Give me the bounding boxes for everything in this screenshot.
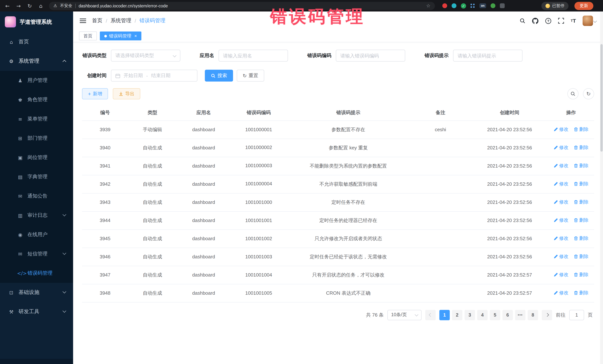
next-page-button[interactable] xyxy=(542,310,552,320)
extension-badge[interactable]: on xyxy=(479,3,486,8)
sidebar-item-user[interactable]: ♟用户管理 xyxy=(0,71,73,90)
cell-code: 1001001005 xyxy=(231,284,287,302)
edit-link[interactable]: 修改 xyxy=(554,199,568,205)
edit-link[interactable]: 修改 xyxy=(554,181,568,187)
cell-time: 2021-04-20 23:52:56 xyxy=(471,121,548,139)
security-label[interactable]: 不安全 xyxy=(60,3,72,9)
page-button-5[interactable]: 5 xyxy=(490,310,500,320)
delete-link[interactable]: 删除 xyxy=(574,144,589,151)
extension-grid-icon[interactable] xyxy=(471,4,472,5)
prev-page-button[interactable] xyxy=(425,310,436,320)
delete-link[interactable]: 删除 xyxy=(574,126,589,133)
sidebar-item-role[interactable]: ♚角色管理 xyxy=(0,90,73,109)
edit-link[interactable]: 修改 xyxy=(554,163,568,169)
user-avatar[interactable] xyxy=(583,16,596,26)
edit-link[interactable]: 修改 xyxy=(554,290,568,296)
edit-link[interactable]: 修改 xyxy=(554,272,568,278)
page-button-2[interactable]: 2 xyxy=(452,310,462,320)
ellipsis-button[interactable]: ••• xyxy=(515,310,525,320)
delete-link[interactable]: 删除 xyxy=(574,254,589,260)
app-logo[interactable]: 芋道管理系统 xyxy=(0,11,73,32)
delete-link[interactable]: 删除 xyxy=(574,199,589,205)
delete-link[interactable]: 删除 xyxy=(574,217,589,223)
edit-link[interactable]: 修改 xyxy=(554,144,568,151)
page-button-8[interactable]: 8 xyxy=(528,310,538,320)
extensions-puzzle-icon[interactable] xyxy=(500,3,505,8)
delete-link[interactable]: 删除 xyxy=(574,272,589,278)
sidebar-item-dept[interactable]: ⊞部门管理 xyxy=(0,129,73,148)
export-button[interactable]: 导出 xyxy=(113,88,140,99)
action-label: 修改 xyxy=(559,181,568,187)
error-msg-input[interactable] xyxy=(453,50,522,62)
update-button[interactable]: 更新 xyxy=(574,2,593,10)
goto-page-input[interactable] xyxy=(569,310,584,320)
page-button-4[interactable]: 4 xyxy=(477,310,487,320)
scrollbar-thumb[interactable] xyxy=(600,44,603,152)
delete-link[interactable]: 删除 xyxy=(574,235,589,242)
sidebar-item-system[interactable]: ⚙系统管理 xyxy=(0,52,73,71)
sidebar: 芋道管理系统 ⌂首页⚙系统管理♟用户管理♚角色管理≡菜单管理⊞部门管理▣岗位管理… xyxy=(0,11,73,364)
tab-home[interactable]: 首页 xyxy=(79,32,97,40)
edit-link[interactable]: 修改 xyxy=(554,217,568,223)
sidebar-item-online-user[interactable]: ◉在线用户 xyxy=(0,225,73,244)
sidebar-item-infra[interactable]: ⊡基础设施 xyxy=(0,283,73,302)
calendar-icon xyxy=(116,73,120,78)
delete-link[interactable]: 删除 xyxy=(574,163,589,169)
sidebar-item-post[interactable]: ▣岗位管理 xyxy=(0,148,73,167)
sidebar-item-menu[interactable]: ≡菜单管理 xyxy=(0,109,73,129)
page-scrollbar[interactable] xyxy=(600,11,603,364)
edit-link[interactable]: 修改 xyxy=(554,235,568,242)
bookmark-star-icon[interactable]: ☆ xyxy=(426,3,430,9)
extension-icon[interactable] xyxy=(491,3,495,8)
sidebar-item-notice[interactable]: ✉通知公告 xyxy=(0,187,73,206)
page-button-3[interactable]: 3 xyxy=(464,310,475,320)
breadcrumb-item[interactable]: 系统管理 xyxy=(111,17,131,24)
breadcrumb-item[interactable]: 首页 xyxy=(92,17,103,24)
menu-fold-icon[interactable] xyxy=(80,20,86,21)
page-button-1[interactable]: 1 xyxy=(439,310,450,320)
sidebar-item-home[interactable]: ⌂首页 xyxy=(0,32,73,52)
delete-link[interactable]: 删除 xyxy=(574,181,589,187)
extension-check-icon[interactable]: ✓ xyxy=(461,3,466,8)
sidebar-item-audit-log[interactable]: ▥审计日志 xyxy=(0,206,73,225)
refresh-table-button[interactable]: ↻ xyxy=(583,88,594,99)
fullscreen-icon[interactable] xyxy=(558,18,564,24)
error-type-select[interactable]: 请选择错误码类型 xyxy=(111,50,180,62)
page-button-6[interactable]: 6 xyxy=(502,310,513,320)
reset-button[interactable]: ↻ 重置 xyxy=(237,70,264,82)
forward-icon[interactable]: → xyxy=(14,3,23,9)
sidebar-item-dict[interactable]: ▤字典管理 xyxy=(0,167,73,187)
cell-text: 只有开启状态的任务，才可以修改 xyxy=(312,272,384,277)
sidebar-item-devtool[interactable]: ⚒研发工具 xyxy=(0,302,73,321)
reload-icon[interactable]: ↻ xyxy=(25,3,34,9)
error-code-input[interactable] xyxy=(336,50,405,62)
search-button[interactable]: 搜索 xyxy=(205,70,233,82)
error-msg-label: 错误码提示 xyxy=(425,52,449,59)
search-toggle-button[interactable] xyxy=(567,88,579,99)
extension-icon[interactable] xyxy=(442,3,447,8)
github-icon[interactable] xyxy=(532,18,538,24)
app-name-input[interactable] xyxy=(219,50,288,62)
edit-link[interactable]: 修改 xyxy=(554,254,568,260)
cell-text: 3941 xyxy=(100,163,110,169)
sidebar-menu: ⌂首页⚙系统管理♟用户管理♚角色管理≡菜单管理⊞部门管理▣岗位管理▤字典管理✉通… xyxy=(0,32,73,359)
cell-id: 3947 xyxy=(82,266,128,284)
extension-icon[interactable] xyxy=(452,3,456,8)
font-size-icon[interactable]: TT xyxy=(571,18,576,23)
home-icon[interactable]: ⌂ xyxy=(36,3,45,9)
paused-badge[interactable]: 已暂停 xyxy=(541,2,568,10)
sidebar-item-error-code[interactable]: </>错误码管理 xyxy=(0,264,73,283)
close-icon[interactable]: × xyxy=(134,34,137,38)
date-range-picker[interactable]: 开始日期 - 结束日期 xyxy=(111,70,197,82)
address-bar[interactable]: ⚠ 不安全 dashboard.yudao.iocoder.cn/system/… xyxy=(49,2,435,10)
search-icon[interactable] xyxy=(520,18,525,24)
delete-link[interactable]: 删除 xyxy=(574,290,589,296)
back-icon[interactable]: ← xyxy=(3,3,12,9)
edit-link[interactable]: 修改 xyxy=(554,126,568,133)
page-size-select[interactable]: 10条/页 xyxy=(387,310,422,320)
cell-text: 3943 xyxy=(100,199,110,205)
help-icon[interactable]: ? xyxy=(545,18,551,24)
tab-error-code[interactable]: 错误码管理× xyxy=(100,32,141,40)
sidebar-item-sms[interactable]: ✉短信管理 xyxy=(0,244,73,264)
add-button[interactable]: + 新增 xyxy=(82,88,108,99)
